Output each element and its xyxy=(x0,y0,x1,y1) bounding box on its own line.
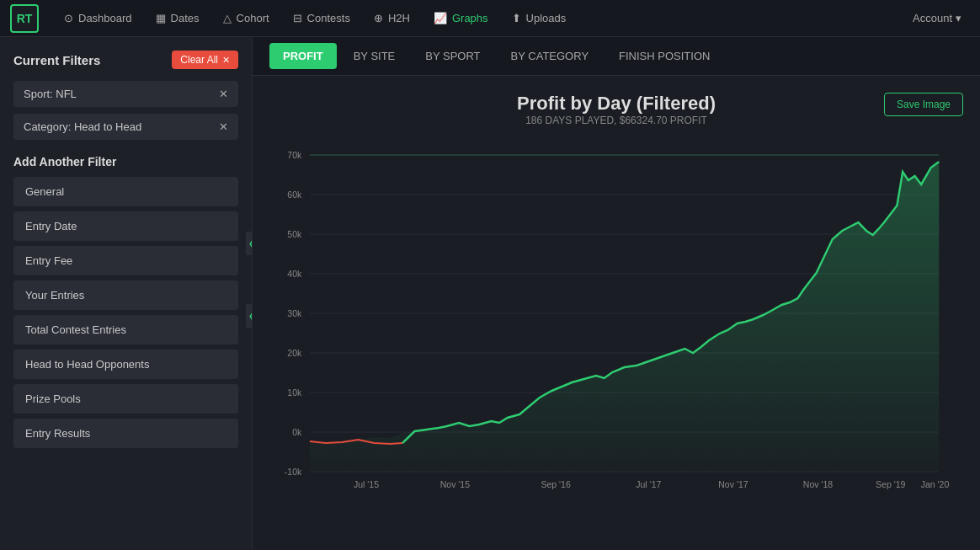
clear-all-label: Clear All xyxy=(180,54,218,66)
chart-tabs: PROFIT BY SITE BY SPORT BY CATEGORY FINI… xyxy=(253,37,980,76)
tab-profit[interactable]: PROFIT xyxy=(269,43,337,69)
chart-subtitle: 186 DAYS PLAYED, $66324.70 PROFIT xyxy=(408,115,824,126)
logo: RT xyxy=(10,4,39,33)
tab-by-sport[interactable]: BY SPORT xyxy=(412,43,493,69)
account-label: Account xyxy=(913,12,952,24)
nav-cohort[interactable]: △ Cohort xyxy=(213,7,280,29)
nav-dates[interactable]: ▦ Dates xyxy=(146,7,210,29)
add-filter-title: Add Another Filter xyxy=(13,155,238,168)
svg-text:10k: 10k xyxy=(287,387,302,398)
filter-prize-pools-button[interactable]: Prize Pools xyxy=(13,384,238,414)
filter-sport-label: Sport: NFL xyxy=(24,88,77,100)
nav-cohort-label: Cohort xyxy=(237,12,269,24)
svg-text:-10k: -10k xyxy=(285,467,302,477)
sidebar-collapse-top[interactable]: ❮ xyxy=(246,232,253,255)
svg-text:Jul '17: Jul '17 xyxy=(636,479,661,489)
nav-uploads-label: Uploads xyxy=(526,12,567,24)
save-image-button[interactable]: Save Image xyxy=(884,93,963,116)
svg-text:Nov '18: Nov '18 xyxy=(803,479,833,489)
nav-dashboard-label: Dashboard xyxy=(78,12,132,24)
svg-text:Nov '17: Nov '17 xyxy=(718,479,748,489)
svg-text:40k: 40k xyxy=(287,269,302,279)
svg-text:Sep '19: Sep '19 xyxy=(876,479,905,489)
account-chevron-icon: ▾ xyxy=(956,12,961,24)
chart-container: 70k 60k 50k 40k 30k 20k 10k 0k -10k xyxy=(269,138,963,492)
svg-text:0k: 0k xyxy=(292,427,302,437)
graphs-icon: 📈 xyxy=(434,12,447,24)
contests-icon: ⊟ xyxy=(293,12,302,24)
sidebar: Current Filters Clear All ✕ Sport: NFL ✕… xyxy=(0,37,253,550)
filter-entry-results-button[interactable]: Entry Results xyxy=(13,419,238,448)
filter-category-label: Category: Head to Head xyxy=(24,120,141,133)
chart-title: Profit by Day (Filtered) xyxy=(408,93,824,115)
h2h-icon: ⊕ xyxy=(374,12,383,24)
chart-header: Profit by Day (Filtered) 186 DAYS PLAYED… xyxy=(269,93,963,135)
nav-contests[interactable]: ⊟ Contests xyxy=(283,7,360,29)
svg-text:20k: 20k xyxy=(287,348,302,358)
sidebar-title: Current Filters xyxy=(13,53,100,67)
filter-tag-sport: Sport: NFL ✕ xyxy=(13,81,238,107)
clear-all-x-icon: ✕ xyxy=(222,55,230,66)
uploads-icon: ⬆ xyxy=(512,12,521,24)
tab-by-site[interactable]: BY SITE xyxy=(340,43,409,69)
chart-area: Profit by Day (Filtered) 186 DAYS PLAYED… xyxy=(253,76,980,550)
sidebar-header: Current Filters Clear All ✕ xyxy=(13,51,238,69)
nav-uploads[interactable]: ⬆ Uploads xyxy=(502,7,577,29)
svg-text:60k: 60k xyxy=(287,190,302,200)
filter-your-entries-button[interactable]: Your Entries xyxy=(13,280,238,310)
svg-text:30k: 30k xyxy=(287,308,302,318)
navbar: RT ⊙ Dashboard ▦ Dates △ Cohort ⊟ Contes… xyxy=(0,0,980,37)
tab-by-category[interactable]: BY CATEGORY xyxy=(498,43,602,69)
sidebar-collapse-bottom[interactable]: ❮ xyxy=(246,304,253,328)
account-menu[interactable]: Account ▾ xyxy=(904,7,970,29)
nav-contests-label: Contests xyxy=(307,12,350,24)
content-area: PROFIT BY SITE BY SPORT BY CATEGORY FINI… xyxy=(253,37,980,550)
nav-h2h-label: H2H xyxy=(388,12,410,24)
nav-dates-label: Dates xyxy=(171,12,200,24)
svg-text:Jul '15: Jul '15 xyxy=(354,479,379,489)
filter-entry-fee-button[interactable]: Entry Fee xyxy=(13,246,238,275)
dashboard-icon: ⊙ xyxy=(64,12,73,24)
svg-text:Jan '20: Jan '20 xyxy=(921,479,950,489)
main-layout: Current Filters Clear All ✕ Sport: NFL ✕… xyxy=(0,37,980,550)
tab-finish-position[interactable]: FINISH POSITION xyxy=(605,43,723,69)
nav-dashboard[interactable]: ⊙ Dashboard xyxy=(54,7,142,29)
filter-entry-date-button[interactable]: Entry Date xyxy=(13,211,238,241)
filter-total-contest-entries-button[interactable]: Total Contest Entries xyxy=(13,315,238,344)
svg-text:Nov '15: Nov '15 xyxy=(440,479,470,489)
filter-category-remove-icon[interactable]: ✕ xyxy=(219,120,228,133)
svg-text:50k: 50k xyxy=(287,229,302,239)
chart-svg: 70k 60k 50k 40k 30k 20k 10k 0k -10k xyxy=(269,138,963,492)
clear-all-button[interactable]: Clear All ✕ xyxy=(172,51,238,69)
nav-items: ⊙ Dashboard ▦ Dates △ Cohort ⊟ Contests … xyxy=(54,7,904,29)
filter-general-button[interactable]: General xyxy=(13,177,238,206)
svg-text:70k: 70k xyxy=(287,150,302,160)
nav-graphs-label: Graphs xyxy=(452,12,488,24)
svg-text:Sep '16: Sep '16 xyxy=(541,479,570,489)
filter-tag-category: Category: Head to Head ✕ xyxy=(13,114,238,140)
filter-sport-remove-icon[interactable]: ✕ xyxy=(219,88,228,100)
dates-icon: ▦ xyxy=(156,12,166,24)
nav-h2h[interactable]: ⊕ H2H xyxy=(364,7,420,29)
nav-graphs[interactable]: 📈 Graphs xyxy=(423,7,498,29)
cohort-icon: △ xyxy=(223,12,232,24)
filter-h2h-opponents-button[interactable]: Head to Head Opponents xyxy=(13,350,238,379)
